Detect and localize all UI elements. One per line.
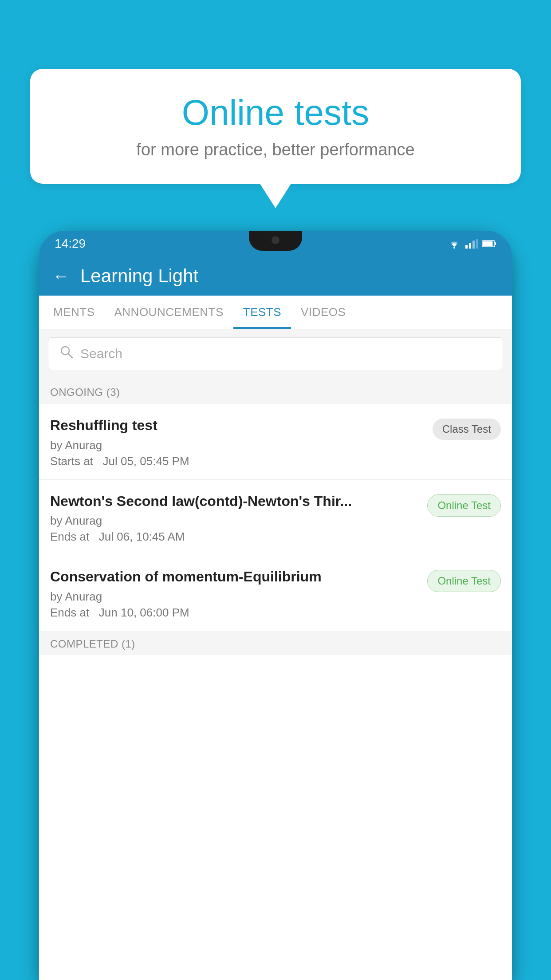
tab-videos[interactable]: VIDEOS xyxy=(291,296,355,329)
completed-section-label: COMPLETED (1) xyxy=(39,631,512,655)
test-author-1: by Anurag xyxy=(50,439,426,452)
svg-rect-2 xyxy=(469,243,471,249)
status-time: 14:29 xyxy=(55,237,86,251)
tabs-bar: MENTS ANNOUNCEMENTS TESTS VIDEOS xyxy=(39,296,512,329)
test-date-2: Ends at Jul 06, 10:45 AM xyxy=(50,530,421,544)
phone-content: MENTS ANNOUNCEMENTS TESTS VIDEOS Search … xyxy=(39,296,512,980)
ongoing-section-label: ONGOING (3) xyxy=(39,378,512,404)
test-info-3: Conservation of momentum-Equilibrium by … xyxy=(50,568,427,620)
bubble-title: Online tests xyxy=(57,93,494,132)
test-info-2: Newton's Second law(contd)-Newton's Thir… xyxy=(50,492,427,544)
app-title: Learning Light xyxy=(80,265,198,287)
test-date-3: Ends at Jun 10, 06:00 PM xyxy=(50,606,421,620)
test-title-1: Reshuffling test xyxy=(50,416,426,435)
tab-tests[interactable]: TESTS xyxy=(233,296,291,329)
phone-frame: 14:29 xyxy=(39,231,512,980)
wifi-icon xyxy=(448,239,461,249)
speech-bubble-section: Online tests for more practice, better p… xyxy=(30,69,521,208)
test-badge-2: Online Test xyxy=(427,494,501,517)
status-icons xyxy=(448,239,496,249)
tab-ments[interactable]: MENTS xyxy=(43,296,105,329)
test-badge-1: Class Test xyxy=(433,419,501,440)
battery-icon xyxy=(482,240,496,248)
test-list: Reshuffling test by Anurag Starts at Jul… xyxy=(39,404,512,631)
search-bar[interactable]: Search xyxy=(48,337,503,370)
app-header: ← Learning Light xyxy=(39,257,512,296)
back-button[interactable]: ← xyxy=(52,267,69,286)
test-title-3: Conservation of momentum-Equilibrium xyxy=(50,568,421,586)
test-item-3[interactable]: Conservation of momentum-Equilibrium by … xyxy=(39,555,512,631)
status-bar: 14:29 xyxy=(39,231,512,257)
svg-rect-6 xyxy=(483,241,493,246)
svg-rect-1 xyxy=(465,245,468,249)
test-author-2: by Anurag xyxy=(50,514,421,528)
test-info-1: Reshuffling test by Anurag Starts at Jul… xyxy=(50,416,433,468)
notch xyxy=(249,231,302,251)
test-author-3: by Anurag xyxy=(50,590,421,604)
search-container: Search xyxy=(39,329,512,378)
bubble-subtitle: for more practice, better performance xyxy=(57,140,494,159)
svg-rect-3 xyxy=(472,241,475,249)
test-title-2: Newton's Second law(contd)-Newton's Thir… xyxy=(50,492,421,511)
signal-icon xyxy=(465,239,478,249)
tab-announcements[interactable]: ANNOUNCEMENTS xyxy=(105,296,233,329)
test-badge-3: Online Test xyxy=(427,570,501,592)
svg-rect-4 xyxy=(476,239,478,249)
test-item[interactable]: Reshuffling test by Anurag Starts at Jul… xyxy=(39,404,512,480)
test-item-2[interactable]: Newton's Second law(contd)-Newton's Thir… xyxy=(39,480,512,556)
search-icon xyxy=(59,345,74,363)
bubble-arrow xyxy=(260,184,291,208)
svg-point-0 xyxy=(453,247,455,249)
speech-bubble: Online tests for more practice, better p… xyxy=(30,69,521,184)
svg-rect-7 xyxy=(495,242,496,245)
svg-line-9 xyxy=(68,354,72,358)
search-placeholder: Search xyxy=(80,346,122,361)
camera xyxy=(272,236,279,244)
test-date-1: Starts at Jul 05, 05:45 PM xyxy=(50,454,426,468)
